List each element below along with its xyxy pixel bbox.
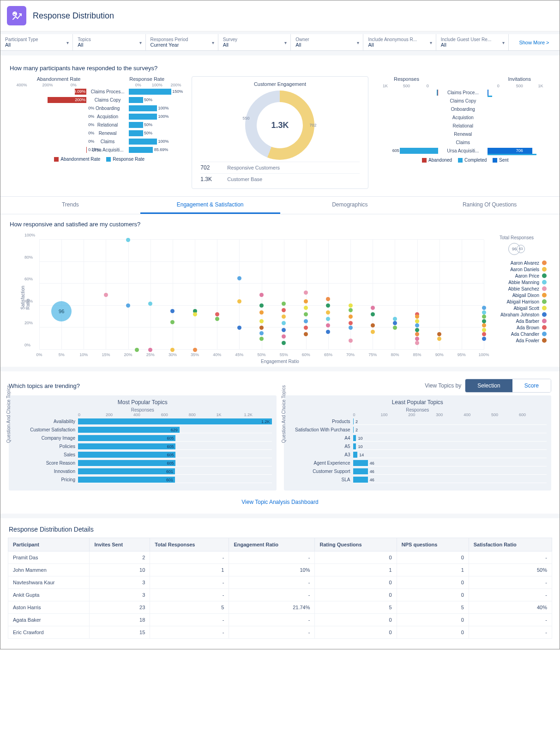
legend-item[interactable]: Abbie Sanchez — [487, 285, 547, 292]
table-row[interactable]: Pramit Das2--00- — [8, 551, 552, 564]
topic-bar-row[interactable]: Sales605 — [13, 451, 272, 459]
tri-row[interactable]: Claims Copy — [375, 97, 551, 105]
scatter-point[interactable] — [393, 326, 397, 330]
topic-bar-row[interactable]: Customer Support46 — [289, 467, 547, 475]
col-header[interactable]: Total Responses — [150, 538, 229, 551]
bar-pair-row[interactable]: 0.28%Ursa Acquisiti...85.69% — [9, 146, 185, 154]
col-header[interactable]: Invites Sent — [90, 538, 150, 551]
scatter-point[interactable] — [148, 348, 152, 352]
tri-row[interactable]: Acquistion — [375, 114, 551, 121]
filter-0[interactable]: Participant TypeAll▾ — [0, 34, 73, 50]
tri-row[interactable]: Onboarding — [375, 105, 551, 113]
scatter-point[interactable] — [482, 319, 486, 323]
legend-item[interactable]: Abigail Dixon — [487, 292, 547, 298]
scatter-point[interactable] — [215, 317, 219, 321]
scatter-point[interactable] — [259, 319, 264, 323]
tri-row[interactable]: Claims — [375, 139, 551, 146]
table-row[interactable]: Ankit Gupta3--00- — [8, 589, 552, 601]
scatter-point[interactable] — [482, 332, 486, 336]
table-row[interactable]: Agata Baker18--00- — [8, 614, 552, 626]
scatter-point[interactable] — [393, 317, 397, 321]
scatter-point[interactable] — [215, 312, 219, 316]
toggle-selection[interactable]: Selection — [465, 379, 512, 392]
bar-pair-row[interactable]: 200%Claims Copy50% — [9, 96, 185, 104]
scatter-point[interactable] — [371, 306, 375, 310]
topic-bar-row[interactable]: A314 — [289, 451, 547, 459]
topic-bar-row[interactable]: Innovation601 — [13, 467, 272, 475]
scatter-point[interactable] — [193, 312, 197, 316]
view-topic-analysis-link[interactable]: View Topic Analysis Dashboard — [241, 499, 318, 505]
legend-item[interactable]: Abbie Manning — [487, 279, 547, 285]
bar-pair-row[interactable]: 0%Relational50% — [9, 121, 185, 129]
filter-2[interactable]: Responses PeriodCurrent Year▾ — [146, 34, 218, 50]
scatter-point[interactable] — [148, 302, 152, 306]
topic-bar-row[interactable]: SLA46 — [289, 476, 547, 484]
show-more-filters[interactable]: Show More > — [509, 34, 560, 50]
col-header[interactable]: Engagement Ratio — [229, 538, 315, 551]
topic-bar-row[interactable]: A410 — [289, 434, 547, 442]
scatter-point[interactable] — [193, 348, 197, 352]
scatter-point[interactable] — [415, 337, 419, 341]
tab-ranking[interactable]: Ranking Of Questions — [420, 197, 560, 214]
scatter-point[interactable] — [282, 328, 286, 332]
scatter-point[interactable] — [259, 310, 264, 315]
bar-pair-row[interactable]: 0%Onboarding100% — [9, 104, 185, 112]
tab-demographics[interactable]: Demographics — [280, 197, 420, 214]
tri-row[interactable]: Relational — [375, 122, 551, 130]
topic-bar-row[interactable]: Score Reason605 — [13, 459, 272, 467]
legend-item[interactable]: Aaron Daniels — [487, 266, 547, 273]
filter-4[interactable]: OwnerAll▾ — [291, 34, 363, 50]
filter-5[interactable]: Include Anonymous R...All▾ — [363, 34, 436, 50]
scatter-point[interactable] — [482, 315, 486, 319]
legend-item[interactable]: Abigail Scott — [487, 305, 547, 311]
scatter-point[interactable] — [282, 308, 286, 312]
scatter-point[interactable] — [415, 319, 419, 323]
filter-6[interactable]: Include Guest User Re...All▾ — [436, 34, 509, 50]
bar-pair-row[interactable]: 0%Acquistion100% — [9, 113, 185, 121]
topic-bar-row[interactable]: A510 — [289, 442, 547, 450]
scatter-point[interactable] — [349, 315, 353, 319]
scatter-point[interactable] — [170, 348, 175, 352]
topic-bar-row[interactable]: Satisfaction With Purchase2 — [289, 426, 547, 434]
scatter-point[interactable] — [349, 303, 353, 308]
col-header[interactable]: Participant — [8, 538, 90, 551]
filter-1[interactable]: TopicsAll▾ — [73, 34, 145, 50]
col-header[interactable]: NPS questions — [397, 538, 469, 551]
scatter-point[interactable] — [415, 328, 419, 332]
tab-engagement-satisfaction[interactable]: Engagement & Satisfaction — [140, 197, 280, 214]
col-header[interactable]: Satisfaction Ratio — [469, 538, 552, 551]
scatter-point[interactable] — [482, 310, 486, 315]
tri-row[interactable]: 605Ursa Acquisiti...706 — [375, 147, 551, 155]
scatter-point[interactable] — [349, 321, 353, 325]
scatter-point[interactable] — [349, 308, 353, 312]
scatter-point[interactable] — [104, 293, 108, 297]
col-header[interactable]: Rating Questions — [315, 538, 397, 551]
scatter-point[interactable] — [304, 291, 308, 295]
tri-row[interactable]: Renewal — [375, 130, 551, 138]
filter-3[interactable]: SurveyAll▾ — [218, 34, 291, 50]
table-row[interactable]: Aston Harris23521.74%5540% — [8, 601, 552, 614]
scatter-point[interactable] — [259, 293, 264, 297]
engagement-scatter[interactable]: 0%20%40%60%80%100%0%5%10%15%20%25%30%35%… — [21, 235, 484, 364]
legend-item[interactable]: Ada Brown — [487, 324, 547, 331]
scatter-point[interactable] — [259, 326, 264, 330]
scatter-point[interactable] — [482, 337, 486, 341]
toggle-score[interactable]: Score — [512, 379, 551, 392]
scatter-point[interactable] — [482, 306, 486, 310]
scatter-point[interactable] — [304, 319, 308, 323]
topic-bar-row[interactable]: Policies605 — [13, 442, 272, 450]
legend-item[interactable]: Aaron Price — [487, 273, 547, 279]
scatter-point[interactable] — [259, 337, 264, 341]
table-row[interactable]: John Mammen10110%1150% — [8, 564, 552, 576]
legend-item[interactable]: Ada Chandler — [487, 331, 547, 337]
topic-bar-row[interactable]: Customer Satisfaction629 — [13, 426, 272, 434]
scatter-point[interactable] — [237, 276, 241, 280]
scatter-point[interactable] — [482, 323, 486, 327]
topic-bar-row[interactable]: Products2 — [289, 418, 547, 425]
legend-item[interactable]: Abraham Johnston — [487, 311, 547, 318]
bar-pair-row[interactable]: 0%Claims100% — [9, 138, 185, 145]
scatter-point[interactable] — [259, 331, 264, 335]
table-row[interactable]: Eric Crawford15--00- — [8, 626, 552, 639]
table-row[interactable]: Navteshwara Kaur3--00- — [8, 576, 552, 589]
tri-row[interactable]: Claims Proce...10 — [375, 89, 551, 97]
